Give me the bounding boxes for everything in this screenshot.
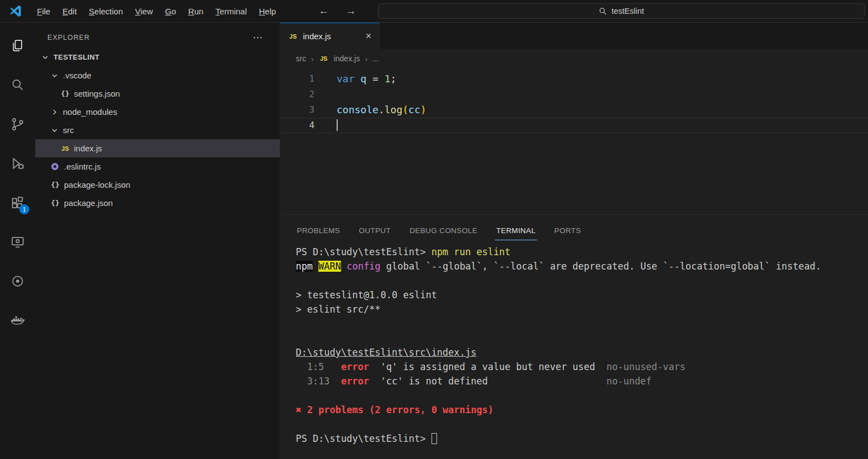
close-icon[interactable]: ×	[365, 30, 371, 42]
line-number: 2	[280, 87, 315, 102]
activity-item-extensions[interactable]: 1	[10, 195, 25, 210]
chevron-right-icon: ›	[311, 54, 314, 64]
json-file-icon: {}	[60, 89, 70, 98]
terminal-line-5	[296, 316, 868, 331]
menu-item-selection[interactable]: Selection	[83, 4, 129, 19]
circle-dot-icon	[10, 281, 25, 291]
terminal-line-10	[296, 388, 868, 403]
explorer-icon	[10, 46, 25, 55]
terminal-line-8: 1:5 error 'q' is assigned a value but ne…	[296, 360, 868, 374]
activity-item-source-control[interactable]	[10, 117, 25, 132]
chevron-down-icon	[41, 53, 50, 62]
terminal-line-11: ✖ 2 problems (2 errors, 0 warnings)	[296, 403, 868, 417]
command-center-search[interactable]: testEslint	[378, 3, 865, 19]
tab-index-js[interactable]: JS index.js ×	[280, 23, 380, 49]
tree-item-index-js[interactable]: JS index.js	[35, 139, 280, 157]
terminal-line-0: PS D:\study\testEslint> npm run eslint	[296, 245, 868, 259]
more-actions-button[interactable]: ⋯	[253, 31, 263, 44]
tree-item-eslintrc-js[interactable]: .eslintrc.js	[35, 157, 280, 176]
menu-item-run[interactable]: Run	[182, 4, 210, 19]
search-value: testEslint	[611, 7, 644, 15]
json-file-icon: {}	[50, 199, 60, 207]
chevron-down-icon	[50, 71, 59, 80]
terminal-line-2	[296, 273, 868, 288]
tab-ports[interactable]: PORTS	[553, 222, 582, 240]
forward-arrow-icon[interactable]: →	[345, 5, 356, 17]
search-icon	[599, 7, 607, 15]
editor-column: JS index.js × src › JS index.js › ... 1 …	[280, 23, 868, 459]
tree-item-vscode[interactable]: .vscode	[35, 66, 280, 85]
remote-explorer-icon	[10, 242, 25, 251]
tree-item-src[interactable]: src	[35, 121, 280, 139]
code-line-4[interactable]: 4	[280, 118, 868, 133]
tree-item-label: index.js	[74, 144, 102, 153]
vscode-logo-icon	[0, 4, 31, 18]
activity-item-explorer[interactable]	[10, 38, 25, 54]
run-debug-icon	[10, 163, 25, 173]
terminal-line-3: > testeslint@1.0.0 eslint	[296, 288, 868, 302]
explorer-sidebar: EXPLORER ⋯ TESTESLINT .vscode {} setting…	[35, 23, 280, 459]
activity-item-search[interactable]	[10, 77, 25, 93]
chevron-right-icon	[50, 108, 59, 117]
tree-item-node-modules[interactable]: node_modules	[35, 103, 280, 121]
back-arrow-icon[interactable]: ←	[318, 5, 329, 17]
activity-item-circle-dot[interactable]	[10, 273, 25, 289]
tab-terminal[interactable]: TERMINAL	[495, 222, 536, 240]
terminal-prompt[interactable]: PS D:\study\testEslint>	[296, 431, 868, 446]
chevron-right-icon: ›	[365, 54, 368, 64]
js-file-icon: JS	[319, 55, 329, 62]
explorer-title: EXPLORER	[47, 34, 90, 41]
breadcrumb-src[interactable]: src	[296, 54, 306, 63]
tree-item-label: settings.json	[74, 89, 120, 98]
activity-item-remote-explorer[interactable]	[10, 234, 25, 250]
js-file-icon: JS	[60, 145, 70, 152]
search-view-icon	[10, 85, 25, 94]
code-line-2[interactable]: 2	[280, 87, 868, 102]
tree-item-package-json[interactable]: {} package.json	[35, 194, 280, 212]
tree-item-label: .eslintrc.js	[64, 162, 101, 171]
tree-item-package-lock-json[interactable]: {} package-lock.json	[35, 176, 280, 194]
line-number: 1	[280, 71, 315, 87]
tree-item-label: src	[63, 125, 74, 135]
tree-item-settings-json[interactable]: {} settings.json	[35, 85, 280, 103]
menu-item-go[interactable]: Go	[159, 4, 182, 19]
terminal-line-4: > eslint src/**	[296, 302, 868, 316]
terminal-output[interactable]: PS D:\study\testEslint> npm run eslint n…	[280, 240, 868, 459]
terminal-file-link[interactable]: D:\study\testEslint\src\index.js	[296, 345, 868, 360]
code-line-3[interactable]: 3 console.log(cc)	[280, 102, 868, 118]
line-number: 3	[280, 102, 315, 118]
editor-tab-bar: JS index.js ×	[280, 23, 868, 49]
tree-root-label: TESTESLINT	[54, 53, 99, 61]
activity-item-docker[interactable]	[10, 313, 25, 328]
breadcrumb-symbol[interactable]: ...	[372, 54, 379, 63]
terminal-line-1: npm WARN config global `--global`, `--lo…	[296, 259, 868, 273]
menu-item-terminal[interactable]: Terminal	[210, 4, 253, 19]
line-number: 4	[280, 118, 315, 133]
menu-item-help[interactable]: Help	[253, 4, 282, 19]
tree-item-label: package.json	[64, 198, 113, 208]
code-line-1[interactable]: 1 var q = 1;	[280, 71, 868, 87]
activity-item-run-debug[interactable]	[10, 156, 25, 171]
menu-item-edit[interactable]: Edit	[56, 4, 83, 19]
file-tree: TESTESLINT .vscode {} settings.json node…	[35, 48, 280, 212]
activity-bar: 1	[0, 23, 35, 459]
docker-whale-icon	[10, 320, 25, 330]
chevron-down-icon	[50, 126, 59, 135]
code-editor[interactable]: 1 var q = 1; 2 3 console.log(cc) 4	[280, 68, 868, 214]
nav-arrows: ← →	[318, 5, 356, 17]
tab-output[interactable]: OUTPUT	[358, 222, 392, 240]
tree-item-label: package-lock.json	[64, 180, 130, 189]
terminal-line-12	[296, 417, 868, 431]
breadcrumb-index-js[interactable]: index.js	[334, 54, 360, 63]
js-file-icon: JS	[288, 33, 298, 40]
menu-item-file[interactable]: File	[31, 4, 56, 19]
menu-item-view[interactable]: View	[129, 4, 159, 19]
tree-root-testeslint[interactable]: TESTESLINT	[35, 48, 280, 66]
tab-problems[interactable]: PROBLEMS	[296, 222, 341, 240]
panel-tab-bar: PROBLEMS OUTPUT DEBUG CONSOLE TERMINAL P…	[280, 215, 868, 240]
tab-label: index.js	[303, 31, 331, 41]
source-control-icon	[10, 124, 25, 134]
tree-item-label: node_modules	[63, 107, 117, 117]
tab-debug-console[interactable]: DEBUG CONSOLE	[408, 222, 478, 240]
explorer-header: EXPLORER ⋯	[35, 23, 280, 48]
